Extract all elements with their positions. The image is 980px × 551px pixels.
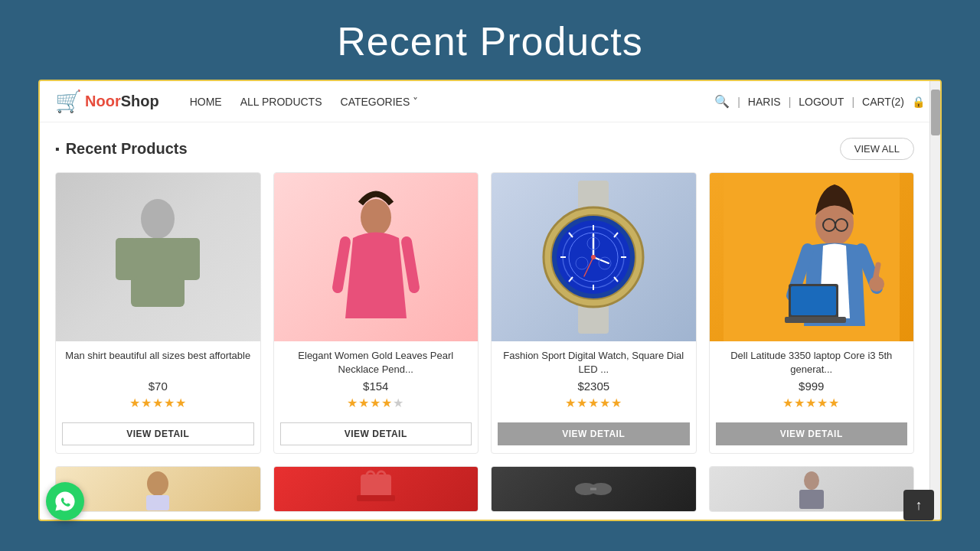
view-detail-button[interactable]: VIEW DETAIL [498, 422, 690, 445]
svg-rect-38 [361, 474, 391, 497]
product-name: Fashion Sport Digital Watch, Square Dial… [499, 349, 688, 377]
product-price: $154 [282, 380, 471, 393]
product-image-1 [56, 173, 260, 341]
product-rating: ★★★★★ [717, 396, 906, 410]
nav-logout[interactable]: LOGOUT [799, 96, 844, 108]
scroll-top-button[interactable]: ↑ [903, 490, 934, 520]
product-card-bottom [709, 466, 915, 512]
product-rating: ★★★★★ [282, 396, 471, 410]
product-info: Dell Latitude 3350 laptop Core i3 5th ge… [710, 341, 914, 422]
browser-window: 🛒 NoorShop HOME ALL PRODUCTS CATEGORIES … [38, 80, 942, 521]
nav-right: 🔍 | HARIS | LOGOUT | CART(2) 🔒 [714, 94, 925, 109]
product-image-4 [710, 173, 914, 341]
product-info: Fashion Sport Digital Watch, Square Dial… [492, 341, 696, 422]
product-name: Dell Latitude 3350 laptop Core i3 5th ge… [717, 349, 906, 377]
product-card: Man shirt beautiful all sizes best affor… [55, 172, 261, 454]
page-header: Recent Products [0, 0, 980, 80]
logo[interactable]: 🛒 NoorShop [55, 89, 159, 114]
product-card: Elegant Women Gold Leaves Pearl Necklace… [273, 172, 479, 454]
nav-user[interactable]: HARIS [748, 96, 781, 108]
logo-text: NoorShop [85, 93, 159, 110]
cart-logo-icon: 🛒 [55, 89, 82, 114]
svg-point-0 [141, 199, 175, 239]
product-card-bottom [273, 466, 479, 512]
product-grid: Man shirt beautiful all sizes best affor… [55, 172, 914, 454]
svg-rect-3 [178, 238, 200, 280]
svg-rect-37 [146, 495, 169, 510]
cart-lock-icon: 🔒 [912, 96, 925, 108]
content-area: ▪ Recent Products VIEW ALL [40, 122, 929, 520]
whatsapp-button[interactable] [46, 482, 84, 520]
product-card-bottom [55, 466, 261, 512]
product-price: $70 [64, 380, 253, 393]
nav-cart[interactable]: CART(2) [862, 96, 904, 108]
svg-rect-2 [116, 238, 137, 280]
product-card: ♡ [709, 172, 915, 454]
svg-point-4 [361, 199, 391, 236]
product-rating: ★★★★★ [64, 396, 253, 410]
svg-rect-34 [785, 317, 846, 323]
product-card-bottom [491, 466, 697, 512]
product-card: Fashion Sport Digital Watch, Square Dial… [491, 172, 697, 454]
page-title: Recent Products [0, 18, 980, 64]
navbar: 🛒 NoorShop HOME ALL PRODUCTS CATEGORIES … [40, 81, 940, 122]
scrollbar[interactable] [929, 81, 940, 520]
product-price: $2305 [499, 380, 688, 393]
svg-rect-1 [131, 238, 185, 307]
svg-point-45 [804, 471, 819, 490]
svg-rect-41 [357, 495, 395, 501]
section-header: ▪ Recent Products VIEW ALL [55, 138, 914, 160]
scroll-thumb[interactable] [931, 90, 940, 135]
product-price: $999 [717, 380, 906, 393]
svg-point-23 [591, 255, 596, 259]
view-detail-button[interactable]: VIEW DETAIL [280, 422, 472, 445]
nav-links: HOME ALL PRODUCTS CATEGORIES ˅ [190, 96, 715, 108]
svg-point-36 [147, 471, 168, 496]
section-title-area: ▪ Recent Products [55, 140, 188, 158]
product-grid-bottom [55, 466, 914, 512]
search-icon[interactable]: 🔍 [714, 94, 730, 109]
product-rating: ★★★★★ [499, 396, 688, 410]
product-info: Man shirt beautiful all sizes best affor… [56, 341, 260, 422]
product-image-2 [274, 173, 479, 341]
nav-all-products[interactable]: ALL PRODUCTS [240, 96, 322, 108]
svg-rect-33 [791, 286, 836, 315]
svg-rect-46 [799, 490, 824, 509]
view-all-button[interactable]: VIEW ALL [840, 138, 914, 160]
product-info: Elegant Women Gold Leaves Pearl Necklace… [274, 341, 479, 422]
section-heading: Recent Products [66, 140, 188, 158]
view-detail-button[interactable]: VIEW DETAIL [716, 422, 908, 445]
product-image-3 [492, 173, 696, 341]
product-name: Man shirt beautiful all sizes best affor… [64, 349, 253, 377]
nav-home[interactable]: HOME [190, 96, 222, 108]
section-icon: ▪ [55, 142, 60, 156]
nav-categories[interactable]: CATEGORIES ˅ [341, 96, 419, 108]
view-detail-button[interactable]: VIEW DETAIL [62, 422, 254, 445]
product-name: Elegant Women Gold Leaves Pearl Necklace… [282, 349, 471, 377]
